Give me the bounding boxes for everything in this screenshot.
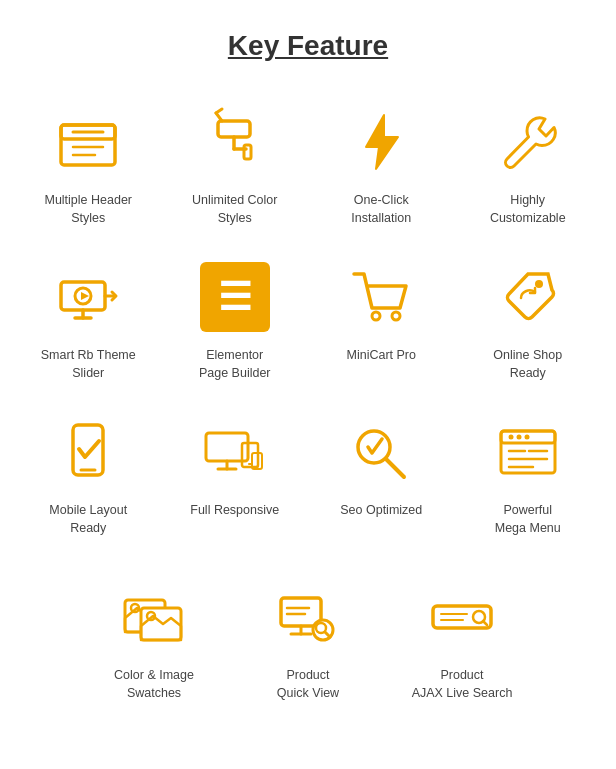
svg-rect-53: [433, 606, 491, 628]
svg-point-35: [516, 435, 521, 440]
feature-label: HighlyCustomizable: [490, 192, 566, 227]
features-last-row: Color & ImageSwatches ProductQuick View: [0, 567, 616, 732]
feature-label: Online ShopReady: [493, 347, 562, 382]
svg-rect-8: [244, 145, 251, 159]
quick-view-icon: [268, 577, 348, 657]
feature-unlimited-color-styles: Unlimited ColorStyles: [167, 92, 304, 237]
feature-multiple-header-styles: Multiple HeaderStyles: [20, 92, 157, 237]
svg-point-34: [508, 435, 513, 440]
feature-label: PowerfulMega Menu: [495, 502, 561, 537]
lightning-icon: [341, 102, 421, 182]
seo-icon: [341, 412, 421, 492]
svg-point-18: [372, 312, 380, 320]
svg-rect-5: [218, 121, 250, 137]
wrench-icon: [488, 102, 568, 182]
feature-seo-optimized: Seo Optimized: [313, 402, 450, 547]
paint-roller-icon: [195, 102, 275, 182]
features-grid: Multiple HeaderStyles Unlimited ColorSty…: [0, 82, 616, 567]
feature-label: Seo Optimized: [340, 502, 422, 520]
feature-label: One-ClickInstallation: [351, 192, 411, 227]
svg-marker-14: [81, 292, 89, 300]
cart-icon: [341, 257, 421, 337]
elementor-icon: ☰: [195, 257, 275, 337]
feature-label: Full Responsive: [190, 502, 279, 520]
feature-label: Unlimited ColorStyles: [192, 192, 277, 227]
mega-menu-icon: [488, 412, 568, 492]
feature-label: ElementorPage Builder: [199, 347, 271, 382]
feature-mobile-layout-ready: Mobile LayoutReady: [20, 402, 157, 547]
feature-elementor-page-builder: ☰ ElementorPage Builder: [167, 247, 304, 392]
swatches-icon: [114, 577, 194, 657]
elementor-letter: ☰: [218, 278, 252, 316]
svg-marker-11: [366, 115, 398, 169]
responsive-icon: [195, 412, 275, 492]
page-title: Key Feature: [0, 0, 616, 82]
svg-line-31: [386, 459, 404, 477]
feature-minicart-pro: MiniCart Pro: [313, 247, 450, 392]
svg-line-55: [483, 621, 487, 625]
feature-label: Multiple HeaderStyles: [44, 192, 132, 227]
ajax-search-icon: [422, 577, 502, 657]
feature-product-quick-view: ProductQuick View: [236, 567, 380, 712]
svg-point-19: [392, 312, 400, 320]
feature-label: Mobile LayoutReady: [49, 502, 127, 537]
svg-point-36: [524, 435, 529, 440]
feature-label: Smart Rb ThemeSlider: [41, 347, 136, 382]
feature-product-ajax-live-search: ProductAJAX Live Search: [390, 567, 534, 712]
feature-label: ProductAJAX Live Search: [412, 667, 513, 702]
feature-smart-rb-theme-slider: Smart Rb ThemeSlider: [20, 247, 157, 392]
feature-one-click-installation: One-ClickInstallation: [313, 92, 450, 237]
shop-icon: [488, 257, 568, 337]
svg-line-10: [216, 109, 222, 113]
feature-label: MiniCart Pro: [347, 347, 416, 365]
feature-color-image-swatches: Color & ImageSwatches: [82, 567, 226, 712]
feature-online-shop-ready: Online ShopReady: [460, 247, 597, 392]
feature-label: Color & ImageSwatches: [114, 667, 194, 702]
feature-label: ProductQuick View: [277, 667, 339, 702]
svg-point-42: [131, 604, 139, 612]
feature-full-responsive: Full Responsive: [167, 402, 304, 547]
feature-highly-customizable: HighlyCustomizable: [460, 92, 597, 237]
header-icon: [48, 102, 128, 182]
feature-powerful-mega-menu: PowerfulMega Menu: [460, 402, 597, 547]
slider-icon: [48, 257, 128, 337]
svg-point-20: [535, 280, 543, 288]
mobile-icon: [48, 412, 128, 492]
